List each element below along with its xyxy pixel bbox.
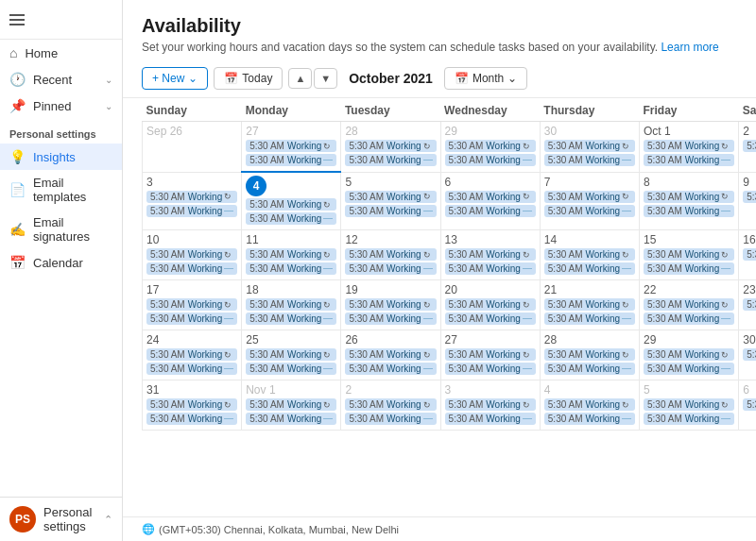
calendar-day-cell[interactable]: 285:30 AMWorking↻5:30 AMWorking	[341, 122, 440, 173]
calendar-day-cell[interactable]: 65:30 AMWorking↻5:30 AMWorking	[440, 172, 540, 230]
calendar-day-cell[interactable]: 105:30 AMWorking↻5:30 AMWorking	[143, 230, 242, 280]
time-block[interactable]: 5:30 AMWorking↻	[146, 248, 237, 261]
next-arrow[interactable]: ▼	[314, 68, 337, 89]
time-block[interactable]: 5:30 AMWorking↻	[644, 348, 734, 361]
calendar-day-cell[interactable]: 115:30 AMWorking↻5:30 AMWorking	[242, 230, 341, 280]
time-block[interactable]: 5:30 AMWorking	[345, 313, 436, 325]
calendar-day-cell[interactable]: 205:30 AMWorking↻5:30 AMWorking	[440, 280, 540, 330]
time-block[interactable]: 5:30 AMWorking	[644, 313, 734, 325]
time-block[interactable]: 5:30 AMWorking	[345, 363, 436, 375]
sidebar-item-pinned[interactable]: 📌 Pinned ⌄	[0, 93, 122, 119]
calendar-day-cell[interactable]: 175:30 AMWorking↻5:30 AMWorking	[143, 280, 242, 330]
learn-more-link[interactable]: Learn more	[661, 41, 718, 54]
time-block[interactable]: 5:30 AMWorking↻	[246, 198, 336, 211]
time-block[interactable]: 5:30 AMWorking	[445, 413, 536, 425]
time-block[interactable]: 5:30 AMWorking	[644, 413, 734, 425]
hamburger-icon[interactable]	[6, 8, 28, 32]
time-block[interactable]: 5:30 AMWorking↻	[544, 248, 635, 261]
time-block[interactable]: 5:30 AMWorking	[544, 154, 635, 166]
time-block[interactable]: 5:30 AMWorking↻	[146, 298, 237, 311]
calendar-day-cell[interactable]: 45:30 AMWorking↻5:30 AMWorking	[540, 380, 639, 431]
time-block[interactable]: 5:30 AMWorking	[445, 154, 536, 166]
time-block[interactable]: 5:30 AMWorking↻	[345, 248, 436, 261]
time-block[interactable]: 5:30 AMWorking↻	[445, 348, 536, 361]
calendar-day-cell[interactable]: 305:30 AMWorking	[739, 330, 756, 380]
time-block[interactable]: 5:30 AMWorking	[743, 398, 756, 411]
time-block[interactable]: 5:30 AMWorking↻	[445, 298, 536, 311]
time-block[interactable]: 5:30 AMWorking↻	[644, 398, 734, 411]
time-block[interactable]: 5:30 AMWorking↻	[544, 348, 635, 361]
time-block[interactable]: 5:30 AMWorking↻	[644, 191, 734, 203]
time-block[interactable]: 5:30 AMWorking↻	[644, 298, 734, 311]
calendar-day-cell[interactable]: 55:30 AMWorking↻5:30 AMWorking	[341, 172, 440, 230]
calendar-day-cell[interactable]: 65:30 AMWorking	[739, 380, 756, 431]
time-block[interactable]: 5:30 AMWorking	[246, 154, 336, 166]
calendar-day-cell[interactable]: 75:30 AMWorking↻5:30 AMWorking	[540, 172, 639, 230]
today-button[interactable]: 📅 Today	[214, 67, 283, 90]
calendar-day-cell[interactable]: 95:30 AMWorking	[739, 172, 756, 230]
time-block[interactable]: 5:30 AMWorking	[246, 262, 336, 275]
time-block[interactable]: 5:30 AMWorking	[544, 313, 635, 325]
prev-arrow[interactable]: ▲	[288, 68, 312, 89]
month-view-button[interactable]: 📅 Month ⌄	[444, 67, 527, 90]
time-block[interactable]: 5:30 AMWorking↻	[345, 140, 436, 152]
time-block[interactable]: 5:30 AMWorking	[345, 413, 436, 425]
time-block[interactable]: 5:30 AMWorking	[544, 205, 635, 217]
time-block[interactable]: 5:30 AMWorking	[445, 363, 536, 375]
time-block[interactable]: 5:30 AMWorking↻	[146, 398, 237, 411]
time-block[interactable]: 5:30 AMWorking	[743, 348, 756, 361]
calendar-day-cell[interactable]: 225:30 AMWorking↻5:30 AMWorking	[640, 280, 739, 330]
time-block[interactable]: 5:30 AMWorking↻	[345, 348, 436, 361]
calendar-day-cell[interactable]: 35:30 AMWorking↻5:30 AMWorking	[440, 380, 540, 431]
time-block[interactable]: 5:30 AMWorking↻	[544, 398, 635, 411]
calendar-day-cell[interactable]: 45:30 AMWorking↻5:30 AMWorking	[242, 172, 341, 230]
time-block[interactable]: 5:30 AMWorking	[246, 413, 336, 425]
time-block[interactable]: 5:30 AMWorking↻	[644, 248, 734, 261]
time-block[interactable]: 5:30 AMWorking↻	[246, 398, 336, 411]
calendar-day-cell[interactable]: 25:30 AMWorking	[739, 122, 756, 173]
bottom-bar[interactable]: PS Personal settings ⌃	[0, 497, 122, 541]
time-block[interactable]: 5:30 AMWorking	[445, 205, 536, 217]
calendar-day-cell[interactable]: 165:30 AMWorking	[739, 230, 756, 280]
sidebar-item-home[interactable]: ⌂ Home	[0, 40, 122, 66]
time-block[interactable]: 5:30 AMWorking	[743, 140, 756, 152]
time-block[interactable]: 5:30 AMWorking↻	[445, 398, 536, 411]
calendar-day-cell[interactable]: 135:30 AMWorking↻5:30 AMWorking	[440, 230, 540, 280]
time-block[interactable]: 5:30 AMWorking	[246, 212, 336, 225]
time-block[interactable]: 5:30 AMWorking↻	[445, 248, 536, 261]
time-block[interactable]: 5:30 AMWorking	[644, 205, 734, 217]
calendar-day-cell[interactable]: 35:30 AMWorking↻5:30 AMWorking	[143, 172, 242, 230]
calendar-day-cell[interactable]: 275:30 AMWorking↻5:30 AMWorking	[242, 122, 341, 173]
time-block[interactable]: 5:30 AMWorking	[146, 413, 237, 425]
time-block[interactable]: 5:30 AMWorking↻	[246, 140, 336, 152]
sidebar-item-email-templates[interactable]: 📄 Email templates	[0, 170, 122, 210]
sidebar-item-email-signatures[interactable]: ✍ Email signatures	[0, 210, 122, 249]
calendar-day-cell[interactable]: 195:30 AMWorking↻5:30 AMWorking	[341, 280, 440, 330]
time-block[interactable]: 5:30 AMWorking↻	[246, 248, 336, 261]
time-block[interactable]: 5:30 AMWorking	[445, 313, 536, 325]
calendar-day-cell[interactable]: 285:30 AMWorking↻5:30 AMWorking	[540, 330, 639, 380]
time-block[interactable]: 5:30 AMWorking↻	[345, 398, 436, 411]
calendar-day-cell[interactable]: 255:30 AMWorking↻5:30 AMWorking	[242, 330, 341, 380]
calendar-day-cell[interactable]: 295:30 AMWorking↻5:30 AMWorking	[640, 330, 739, 380]
time-block[interactable]: 5:30 AMWorking	[146, 363, 237, 375]
time-block[interactable]: 5:30 AMWorking↻	[345, 298, 436, 311]
time-block[interactable]: 5:30 AMWorking	[544, 262, 635, 275]
time-block[interactable]: 5:30 AMWorking	[146, 313, 237, 325]
new-button[interactable]: + New ⌄	[142, 67, 208, 90]
calendar-day-cell[interactable]: Oct 15:30 AMWorking↻5:30 AMWorking	[640, 122, 739, 173]
time-block[interactable]: 5:30 AMWorking	[246, 363, 336, 375]
calendar-day-cell[interactable]: 245:30 AMWorking↻5:30 AMWorking	[143, 330, 242, 380]
calendar-day-cell[interactable]: 155:30 AMWorking↻5:30 AMWorking	[640, 230, 739, 280]
calendar-day-cell[interactable]: 185:30 AMWorking↻5:30 AMWorking	[242, 280, 341, 330]
time-block[interactable]: 5:30 AMWorking↻	[544, 140, 635, 152]
time-block[interactable]: 5:30 AMWorking↻	[445, 191, 536, 203]
time-block[interactable]: 5:30 AMWorking	[743, 191, 756, 203]
time-block[interactable]: 5:30 AMWorking	[644, 363, 734, 375]
time-block[interactable]: 5:30 AMWorking	[743, 248, 756, 261]
time-block[interactable]: 5:30 AMWorking	[345, 205, 436, 217]
calendar-day-cell[interactable]: 215:30 AMWorking↻5:30 AMWorking	[540, 280, 639, 330]
time-block[interactable]: 5:30 AMWorking	[146, 205, 237, 217]
time-block[interactable]: 5:30 AMWorking	[544, 363, 635, 375]
time-block[interactable]: 5:30 AMWorking	[445, 262, 536, 275]
